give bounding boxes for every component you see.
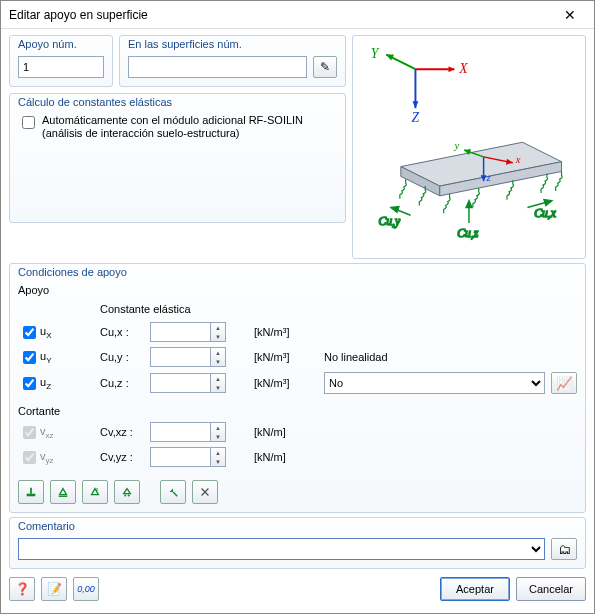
- uz-label: uZ: [40, 376, 100, 391]
- support-type-2-button[interactable]: [50, 480, 76, 504]
- uz-checkbox[interactable]: [22, 377, 37, 390]
- cuy-label: Cu,y :: [100, 351, 150, 363]
- surfaces-label: En las superficies núm.: [126, 38, 244, 50]
- cvyz-unit: [kN/m]: [254, 451, 304, 463]
- comment-legend: Comentario: [16, 520, 77, 532]
- support-number-input[interactable]: [18, 56, 104, 78]
- svg-text:Y: Y: [371, 46, 380, 61]
- cuz-input[interactable]: ▲▼: [150, 373, 230, 393]
- svg-text:X: X: [458, 61, 468, 76]
- cvxz-input[interactable]: ▲▼: [150, 422, 230, 442]
- svg-marker-36: [124, 489, 131, 494]
- svg-text:Z: Z: [412, 110, 420, 125]
- notes-button[interactable]: 📝: [41, 577, 67, 601]
- support-pinned-icon: [57, 485, 69, 499]
- cuy-unit: [kN/m³]: [254, 351, 304, 363]
- apoyo-head: Apoyo: [18, 284, 150, 296]
- help-icon: ❓: [15, 582, 30, 596]
- cux-label: Cu,x :: [100, 326, 150, 338]
- svg-text:z: z: [486, 171, 492, 183]
- cux-unit: [kN/m³]: [254, 326, 304, 338]
- comment-library-button[interactable]: 🗂: [551, 538, 577, 560]
- window-title: Editar apoyo en superficie: [9, 8, 554, 22]
- svg-marker-28: [544, 200, 552, 206]
- vxz-checkbox: [22, 426, 37, 439]
- svg-text:x: x: [515, 153, 521, 165]
- surfaces-group: En las superficies núm. ✎: [119, 35, 346, 87]
- notes-icon: 📝: [47, 582, 62, 596]
- support-type-3-button[interactable]: x: [82, 480, 108, 504]
- svg-rect-30: [27, 494, 36, 497]
- svg-line-40: [173, 492, 177, 496]
- svg-text:x: x: [96, 486, 99, 492]
- support-x-icon: x: [89, 485, 101, 499]
- all-check-icon: [167, 485, 179, 499]
- vyz-label: vyz: [40, 450, 100, 465]
- surfaces-input[interactable]: [128, 56, 307, 78]
- elastic-calc-legend: Cálculo de constantes elásticas: [16, 96, 174, 108]
- cvyz-input[interactable]: ▲▼: [150, 447, 230, 467]
- support-conditions-group: Condiciones de apoyo Apoyo Constante elá…: [9, 263, 586, 513]
- auto-soilin-checkbox[interactable]: [22, 116, 35, 129]
- nonlinearity-label: No linealidad: [324, 351, 577, 363]
- dialog-window: Editar apoyo en superficie ✕ Apoyo núm. …: [0, 0, 595, 614]
- cvxz-label: Cv,xz :: [100, 426, 150, 438]
- const-head: Constante elástica: [100, 303, 304, 315]
- ux-label: uX: [40, 325, 100, 340]
- cortante-head: Cortante: [18, 405, 577, 417]
- support-roller-icon: [121, 485, 133, 499]
- cuz-unit: [kN/m³]: [254, 377, 304, 389]
- ok-button[interactable]: Aceptar: [440, 577, 510, 601]
- cvxz-unit: [kN/m]: [254, 426, 304, 438]
- units-button[interactable]: 0,00: [73, 577, 99, 601]
- svg-marker-1: [449, 66, 455, 72]
- elastic-calc-group: Cálculo de constantes elásticas Automáti…: [9, 93, 346, 223]
- comment-group: Comentario 🗂: [9, 517, 586, 569]
- cancel-button[interactable]: Cancelar: [516, 577, 586, 601]
- nonlinearity-select[interactable]: No: [324, 372, 545, 394]
- svg-text:Cu,y: Cu,y: [378, 215, 401, 228]
- cuz-label: Cu,z :: [100, 377, 150, 389]
- titlebar: Editar apoyo en superficie ✕: [1, 1, 594, 29]
- comment-combo[interactable]: [18, 538, 545, 560]
- svg-marker-39: [170, 489, 173, 492]
- uy-label: uY: [40, 350, 100, 365]
- uy-checkbox[interactable]: [22, 351, 37, 364]
- svg-point-38: [128, 495, 130, 497]
- auto-soilin-row[interactable]: Automáticamente con el módulo adicional …: [18, 114, 337, 140]
- auto-soilin-label: Automáticamente con el módulo adicional …: [42, 114, 303, 140]
- pick-icon: ✎: [320, 60, 330, 74]
- support-type-4-button[interactable]: [114, 480, 140, 504]
- ux-checkbox[interactable]: [22, 326, 37, 339]
- support-type-1-button[interactable]: [18, 480, 44, 504]
- graph-icon: 📈: [556, 376, 573, 391]
- vxz-label: vxz: [40, 425, 100, 440]
- units-icon: 0,00: [77, 584, 95, 594]
- cux-input[interactable]: ▲▼: [150, 322, 230, 342]
- svg-marker-7: [413, 101, 419, 108]
- cvyz-label: Cv,yz :: [100, 451, 150, 463]
- preview-pane: X Y Z: [352, 35, 586, 259]
- svg-text:Cu,x: Cu,x: [534, 207, 557, 220]
- svg-marker-25: [391, 207, 399, 213]
- pick-surfaces-button[interactable]: ✎: [313, 56, 337, 78]
- none-checked-button[interactable]: [192, 480, 218, 504]
- svg-text:y: y: [453, 139, 459, 151]
- none-check-icon: [199, 485, 211, 499]
- library-icon: 🗂: [558, 542, 571, 557]
- close-button[interactable]: ✕: [554, 3, 586, 27]
- nonlinearity-options-button[interactable]: 📈: [551, 372, 577, 394]
- svg-text:Cu,z: Cu,z: [457, 227, 479, 240]
- all-checked-button[interactable]: [160, 480, 186, 504]
- support-number-label: Apoyo núm.: [16, 38, 79, 50]
- support-fixed-icon: [25, 485, 37, 499]
- vyz-checkbox: [22, 451, 37, 464]
- support-conditions-legend: Condiciones de apoyo: [16, 266, 129, 278]
- svg-marker-32: [60, 489, 67, 495]
- support-number-group: Apoyo núm.: [9, 35, 113, 87]
- cuy-input[interactable]: ▲▼: [150, 347, 230, 367]
- svg-marker-22: [466, 201, 472, 208]
- help-button[interactable]: ❓: [9, 577, 35, 601]
- preview-illustration: X Y Z: [357, 40, 581, 254]
- svg-point-37: [124, 495, 126, 497]
